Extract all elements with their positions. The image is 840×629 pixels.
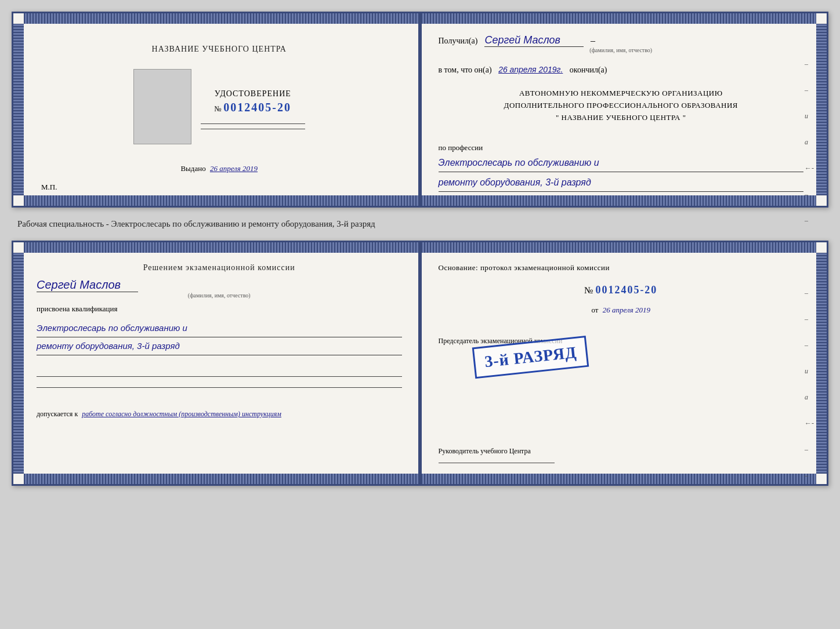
number-prefix: № (584, 285, 593, 295)
manager-block: Руководитель учебного Центра (439, 442, 804, 470)
bottom-person-name: Сергей Маслов (37, 278, 138, 292)
bottom-right-margin-marks: – – – и а ←- – – (805, 289, 814, 480)
page-wrapper: НАЗВАНИЕ УЧЕБНОГО ЦЕНТРА УДОСТОВЕРЕНИЕ №… (12, 12, 828, 486)
from-label: от (592, 306, 599, 314)
mp-label: М.П. (41, 183, 57, 191)
sign-line-2 (37, 387, 402, 388)
admitted-label: допускается к (37, 410, 78, 418)
bottom-cert-right-page: Основание: протокол экзаменационной коми… (420, 242, 827, 484)
recipient-block: Получил(а) Сергей Маслов – (фамилия, имя… (439, 34, 804, 53)
bm-3: – (805, 341, 814, 350)
bm-8: – (805, 471, 814, 480)
bm-6: ←- (805, 419, 814, 428)
bottom-cert-left-page: Решением экзаменационной комиссии Сергей… (13, 242, 420, 484)
assigned-label: присвоена квалификация (37, 304, 402, 314)
admitted-block: допускается к работе согласно должностны… (37, 410, 402, 419)
cert-label: УДОСТОВЕРЕНИЕ (201, 89, 305, 99)
cert-number: 0012405-20 (223, 101, 291, 114)
cert-number-area: УДОСТОВЕРЕНИЕ № 0012405-20 (201, 89, 305, 114)
bm-5: а (805, 393, 814, 402)
top-cert-left-page: НАЗВАНИЕ УЧЕБНОГО ЦЕНТРА УДОСТОВЕРЕНИЕ №… (13, 13, 420, 206)
bm-4: и (805, 367, 814, 376)
profession-line-1: Электрослесарь по обслуживанию и (439, 155, 804, 172)
institution-name-top: НАЗВАНИЕ УЧЕБНОГО ЦЕНТРА (152, 45, 287, 54)
recipient-name: Сергей Маслов (484, 34, 583, 47)
profession-label: по профессии (439, 143, 804, 152)
org-line-3: " НАЗВАНИЕ УЧЕБНОГО ЦЕНТРА " (439, 112, 804, 124)
top-certificate-book: НАЗВАНИЕ УЧЕБНОГО ЦЕНТРА УДОСТОВЕРЕНИЕ №… (12, 12, 828, 208)
decision-label: Решением экзаменационной комиссии (37, 263, 402, 272)
issued-line: Выдано 26 апреля 2019 (180, 164, 258, 173)
profession-block: по профессии Электрослесарь по обслужива… (439, 139, 804, 192)
bm-1: – (805, 289, 814, 297)
top-cert-right-page: Получил(а) Сергей Маслов – (фамилия, имя… (420, 13, 827, 206)
margin-mark-7: – (805, 216, 814, 225)
cert-number-prefix: № (215, 104, 222, 113)
between-label: Рабочая специальность - Электрослесарь п… (12, 218, 828, 230)
profession-line-2: ремонту оборудования, 3-й разряд (439, 174, 804, 192)
qualification-line-1: Электрослесарь по обслуживанию и (37, 319, 402, 337)
signature-lines-area (37, 366, 402, 398)
signature-line-1 (201, 123, 305, 124)
date-block: в том, что он(а) 26 апреля 2019г. окончи… (439, 65, 804, 75)
bm-2: – (805, 315, 814, 323)
margin-mark-4: а (805, 138, 814, 147)
margin-mark-2: – (805, 86, 814, 94)
org-line-1: АВТОНОМНУЮ НЕКОММЕРЧЕСКУЮ ОРГАНИЗАЦИЮ (439, 88, 804, 100)
margin-mark-1: – (805, 60, 814, 68)
issued-label: Выдано (180, 164, 205, 173)
sign-line-1 (37, 376, 402, 377)
protocol-number: 0012405-20 (595, 284, 657, 296)
in-that-label: в том, что он(а) (439, 66, 492, 74)
qualification-block: Электрослесарь по обслуживанию и ремонту… (37, 319, 402, 355)
photo-placeholder (133, 69, 191, 144)
bm-7: – (805, 445, 814, 454)
bottom-certificate-book: Решением экзаменационной комиссии Сергей… (12, 241, 828, 486)
margin-mark-5: ←- (805, 164, 814, 173)
from-date-value: 26 апреля 2019 (603, 306, 650, 314)
dash-separator: – (591, 35, 595, 45)
org-block: АВТОНОМНУЮ НЕКОММЕРЧЕСКУЮ ОРГАНИЗАЦИЮ ДО… (439, 88, 804, 123)
manager-sign-line (439, 463, 555, 463)
chairman-block: Председатель экзаменационной комиссии 3-… (439, 331, 804, 401)
recipient-hint: (фамилия, имя, отчество) (439, 47, 804, 53)
bottom-person-hint: (фамилия, имя, отчество) (37, 292, 402, 299)
manager-label: Руководитель учебного Центра (439, 447, 804, 456)
osnov-label: Основание: протокол экзаменационной коми… (439, 263, 804, 272)
issued-date: 26 апреля 2019 (210, 164, 258, 173)
protocol-number-block: № 0012405-20 (439, 284, 804, 296)
completed-date: 26 апреля 2019г. (498, 65, 563, 74)
bottom-person-block: Сергей Маслов (фамилия, имя, отчество) (37, 278, 402, 299)
margin-mark-6: – (805, 190, 814, 199)
from-date-block: от 26 апреля 2019 (439, 306, 804, 315)
qualification-line-2: ремонту оборудования, 3-й разряд (37, 337, 402, 355)
stamp-container: 3-й РАЗРЯД (472, 334, 589, 380)
signature-line-2 (201, 129, 305, 129)
received-label: Получил(а) (439, 37, 478, 45)
margin-mark-3: и (805, 112, 814, 121)
org-line-2: ДОПОЛНИТЕЛЬНОГО ПРОФЕССИОНАЛЬНОГО ОБРАЗО… (439, 100, 804, 112)
stamp-text: 3-й РАЗРЯД (472, 336, 589, 379)
admitted-text: работе согласно должностным (производств… (82, 410, 281, 418)
finished-label: окончил(а) (570, 66, 607, 74)
